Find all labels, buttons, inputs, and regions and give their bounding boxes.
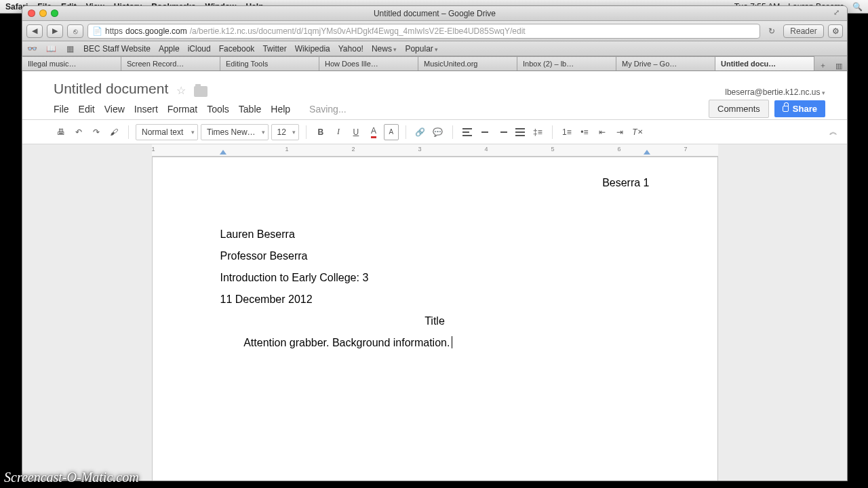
align-left-button[interactable] — [460, 124, 475, 140]
align-right-button[interactable] — [495, 124, 510, 140]
url-protocol: https — [105, 26, 123, 36]
menu-view[interactable]: View — [104, 104, 125, 115]
menu-insert[interactable]: Insert — [134, 104, 158, 115]
browser-tab[interactable]: MusicUnited.org — [418, 56, 517, 70]
bookmark-item[interactable]: Apple — [159, 44, 180, 54]
ruler-tick: 6 — [618, 146, 621, 152]
bookmark-item[interactable]: Yahoo! — [338, 44, 363, 54]
browser-tab[interactable]: Inbox (2) – lb… — [517, 56, 616, 70]
account-email[interactable]: lbeserra@bertie.k12.nc.us — [725, 87, 825, 97]
align-center-button[interactable] — [477, 124, 492, 140]
zoom-button[interactable] — [51, 9, 58, 17]
bookmark-item[interactable]: Facebook — [219, 44, 255, 54]
browser-tab[interactable]: How Does Ille… — [319, 56, 418, 70]
bookmark-item[interactable]: BEC Staff Website — [83, 44, 151, 54]
italic-button[interactable]: I — [331, 124, 346, 140]
show-all-tabs-button[interactable]: ▥ — [831, 62, 847, 70]
safari-window: Untitled document – Google Drive ⤢ ◀ ▶ ⎋… — [22, 5, 848, 481]
topsites-icon[interactable]: ▦ — [64, 44, 75, 54]
font-select[interactable]: Times New… — [201, 124, 269, 140]
increase-indent-button[interactable]: ⇥ — [612, 124, 627, 140]
doc-line[interactable]: Introduction to Early College: 3 — [220, 267, 650, 289]
separator — [306, 125, 307, 139]
folder-icon[interactable] — [194, 86, 208, 97]
redo-button[interactable]: ↷ — [89, 124, 104, 140]
menu-help[interactable]: Help — [271, 104, 290, 115]
menu-tools[interactable]: Tools — [207, 104, 229, 115]
close-button[interactable] — [28, 9, 35, 17]
menu-file[interactable]: File — [54, 104, 69, 115]
star-icon[interactable]: ☆ — [176, 84, 186, 97]
horizontal-ruler[interactable]: 1 1 2 3 4 5 6 7 — [152, 144, 718, 157]
numbered-list-button[interactable]: 1≡ — [559, 124, 574, 140]
browser-tab[interactable]: My Drive – Go… — [616, 56, 715, 70]
menu-table[interactable]: Table — [239, 104, 261, 115]
decrease-indent-button[interactable]: ⇤ — [595, 124, 610, 140]
window-titlebar: Untitled document – Google Drive ⤢ — [22, 6, 847, 21]
share-label: Share — [793, 104, 817, 114]
favicon-icon: 📄 — [92, 26, 102, 36]
menu-edit[interactable]: Edit — [79, 104, 95, 115]
left-margin-marker[interactable] — [220, 150, 226, 155]
page-header[interactable]: Beserra 1 — [220, 172, 650, 194]
bookmark-item[interactable]: iCloud — [188, 44, 211, 54]
link-button[interactable]: 🔗 — [413, 124, 428, 140]
underline-button[interactable]: U — [349, 124, 363, 140]
docs-header: Untitled document ☆ lbeserra@bertie.k12.… — [22, 71, 847, 98]
separator — [406, 125, 406, 139]
document-title[interactable]: Untitled document — [54, 81, 168, 97]
forward-button[interactable]: ▶ — [47, 24, 63, 38]
doc-line[interactable]: Professor Beserra — [220, 245, 650, 267]
reading-list-icon[interactable]: 👓 — [26, 44, 37, 54]
browser-tab-active[interactable]: Untitled docu… — [715, 56, 814, 70]
back-button[interactable]: ◀ — [26, 24, 43, 38]
comments-button[interactable]: Comments — [709, 100, 769, 118]
url-domain: docs.google.com — [125, 26, 187, 36]
text-color-button[interactable]: A — [366, 124, 381, 140]
bookmark-item[interactable]: Twitter — [262, 44, 286, 54]
paragraph-style-select[interactable]: Normal text — [136, 124, 198, 140]
document-canvas: 1 1 2 3 4 5 6 7 Beserra 1 Lauren Beserra… — [22, 144, 847, 481]
doc-line[interactable]: 11 December 2012 — [220, 289, 650, 310]
share-button[interactable]: ⎋ — [67, 24, 83, 38]
browser-tab[interactable]: Editing Tools — [220, 56, 319, 70]
window-title: Untitled document – Google Drive — [22, 9, 847, 18]
reader-button[interactable]: Reader — [783, 24, 824, 38]
print-button[interactable]: 🖶 — [54, 124, 68, 140]
bookmarks-bar: 👓 📖 ▦ BEC Staff Website Apple iCloud Fac… — [22, 41, 847, 56]
doc-title-line[interactable]: Title — [220, 310, 650, 332]
undo-button[interactable]: ↶ — [71, 124, 86, 140]
settings-button[interactable]: ⚙ — [828, 24, 843, 38]
bookmark-item[interactable]: Wikipedia — [295, 44, 330, 54]
font-size-select[interactable]: 12 — [271, 124, 299, 140]
bulleted-list-button[interactable]: •≡ — [577, 124, 592, 140]
line-spacing-button[interactable]: ‡≡ — [530, 124, 545, 140]
paint-format-button[interactable]: 🖌 — [106, 124, 121, 140]
url-field[interactable]: 📄 https docs.google.com /a/bertie.k12.nc… — [87, 24, 760, 39]
menu-format[interactable]: Format — [167, 104, 197, 115]
bookmark-folder-popular[interactable]: Popular — [405, 44, 438, 54]
clear-formatting-button[interactable]: T✕ — [630, 124, 645, 140]
docs-menubar: File Edit View Insert Format Tools Table… — [54, 104, 290, 115]
doc-line[interactable]: Lauren Beserra — [220, 224, 650, 245]
bookmarks-icon[interactable]: 📖 — [45, 44, 56, 54]
browser-tab[interactable]: Screen Record… — [121, 56, 220, 70]
reload-button[interactable]: ↻ — [764, 26, 779, 36]
browser-tab[interactable]: Illegal music… — [22, 56, 121, 70]
lock-icon — [783, 106, 789, 112]
fullscreen-icon[interactable]: ⤢ — [833, 8, 843, 18]
bold-button[interactable]: B — [313, 124, 328, 140]
share-button[interactable]: Share — [774, 100, 825, 117]
highlight-button[interactable]: A — [384, 124, 399, 140]
spotlight-icon[interactable]: 🔍 — [852, 2, 863, 12]
ruler-tick: 4 — [485, 146, 488, 152]
collapse-toolbar-button[interactable]: ︽ — [829, 126, 837, 138]
bookmark-folder-news[interactable]: News — [372, 44, 397, 54]
comment-button[interactable]: 💬 — [431, 124, 446, 140]
document-page[interactable]: Beserra 1 Lauren Beserra Professor Beser… — [152, 157, 718, 481]
right-margin-marker[interactable] — [644, 150, 650, 155]
align-justify-button[interactable] — [513, 124, 528, 140]
minimize-button[interactable] — [39, 9, 47, 17]
new-tab-button[interactable]: ＋ — [814, 60, 831, 70]
doc-body-line[interactable]: Attention grabber. Background informatio… — [220, 332, 650, 354]
